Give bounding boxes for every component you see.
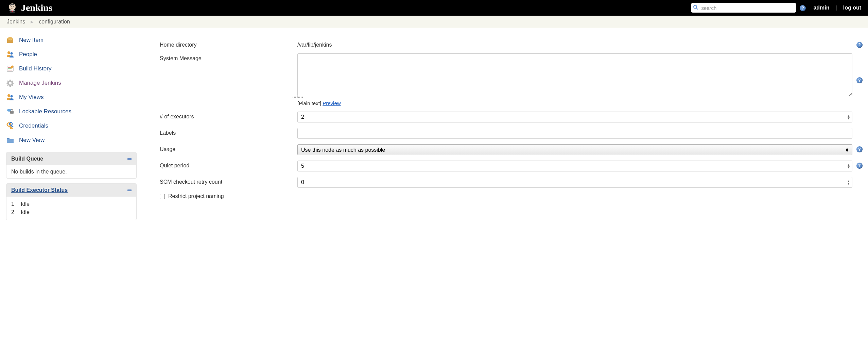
new-view-icon bbox=[6, 136, 14, 144]
gear-icon bbox=[6, 79, 14, 87]
label-scm-retry: SCM checkout retry count bbox=[160, 177, 297, 185]
restrict-naming-checkbox[interactable] bbox=[160, 194, 165, 199]
sidebar-label: Build History bbox=[19, 65, 51, 72]
value-home-directory: /var/lib/jenkins bbox=[297, 40, 332, 48]
number-stepper-icon[interactable]: ▲▼ bbox=[847, 115, 850, 119]
executor-number: 2 bbox=[11, 209, 16, 215]
sidebar-task-manage[interactable]: Manage Jenkins bbox=[6, 76, 137, 90]
svg-point-2 bbox=[13, 6, 14, 7]
side-panel: New Item People Build History Manage Jen… bbox=[0, 33, 143, 220]
usage-select[interactable]: Use this node as much as possible bbox=[297, 144, 852, 155]
search-help-icon[interactable]: ? bbox=[800, 5, 806, 11]
svg-point-7 bbox=[11, 52, 13, 55]
row-usage: Usage Use this node as much as possible … bbox=[160, 144, 863, 155]
svg-point-12 bbox=[9, 82, 12, 85]
help-icon[interactable]: ? bbox=[856, 163, 863, 169]
logo[interactable]: Jenkins bbox=[7, 2, 52, 13]
new-item-icon bbox=[6, 36, 14, 44]
sidebar-task-credentials[interactable]: Credentials bbox=[6, 119, 137, 133]
svg-rect-11 bbox=[8, 70, 12, 70]
label-system-message: System Message bbox=[160, 53, 297, 62]
row-scm-retry: SCM checkout retry count ▲▼ bbox=[160, 177, 863, 188]
sidebar-task-lockable[interactable]: Lockable Resources bbox=[6, 104, 137, 119]
sidebar-label: My Views bbox=[19, 94, 44, 101]
collapse-icon[interactable] bbox=[127, 189, 132, 191]
build-queue-body: No builds in the queue. bbox=[6, 165, 136, 178]
credentials-icon bbox=[6, 122, 14, 130]
user-link[interactable]: admin bbox=[813, 5, 829, 11]
svg-point-1 bbox=[11, 6, 12, 7]
svg-point-4 bbox=[694, 5, 697, 9]
config-form: Home directory /var/lib/jenkins ? System… bbox=[143, 33, 868, 220]
sidebar-task-build-history[interactable]: Build History bbox=[6, 62, 137, 76]
textarea-resize-grip[interactable] bbox=[297, 96, 298, 98]
executor-status-body: 1 Idle 2 Idle bbox=[6, 197, 136, 220]
quiet-period-input[interactable] bbox=[297, 161, 852, 171]
svg-line-5 bbox=[696, 8, 698, 10]
sidebar-label: Lockable Resources bbox=[19, 108, 71, 115]
build-queue-header: Build Queue bbox=[6, 152, 136, 165]
build-queue-title: Build Queue bbox=[11, 156, 43, 162]
label-labels: Labels bbox=[160, 128, 297, 136]
row-restrict-naming: Restrict project naming bbox=[160, 193, 863, 199]
label-usage: Usage bbox=[160, 144, 297, 152]
scm-retry-input[interactable] bbox=[297, 177, 852, 188]
executors-input[interactable] bbox=[297, 112, 852, 122]
system-message-textarea[interactable] bbox=[297, 53, 852, 96]
sidebar-task-new-item[interactable]: New Item bbox=[6, 33, 137, 47]
executor-row: 1 Idle bbox=[11, 200, 132, 208]
row-home-directory: Home directory /var/lib/jenkins ? bbox=[160, 40, 863, 48]
breadcrumb-current[interactable]: configuration bbox=[39, 19, 70, 25]
executor-status-title[interactable]: Build Executor Status bbox=[11, 187, 68, 193]
sidebar-label: Manage Jenkins bbox=[19, 80, 61, 86]
help-icon[interactable]: ? bbox=[856, 77, 863, 83]
lockable-icon bbox=[6, 107, 14, 116]
collapse-icon[interactable] bbox=[127, 158, 132, 160]
svg-rect-3 bbox=[10, 10, 15, 11]
row-executors: # of executors ▲▼ bbox=[160, 112, 863, 122]
search-box bbox=[691, 3, 796, 13]
logo-text: Jenkins bbox=[21, 2, 52, 13]
number-stepper-icon[interactable]: ▲▼ bbox=[847, 164, 850, 168]
system-message-format: [Plain text] Preview bbox=[297, 100, 341, 106]
sidebar-task-people[interactable]: People bbox=[6, 47, 137, 62]
help-icon[interactable]: ? bbox=[856, 42, 863, 48]
label-home-directory: Home directory bbox=[160, 40, 297, 48]
number-stepper-icon[interactable]: ▲▼ bbox=[847, 180, 850, 185]
jenkins-logo-icon bbox=[7, 2, 18, 13]
breadcrumb-sep-icon: ▶ bbox=[31, 20, 33, 24]
executor-state: Idle bbox=[21, 209, 30, 215]
sidebar-label: People bbox=[19, 51, 37, 58]
build-queue-empty: No builds in the queue. bbox=[11, 169, 67, 175]
top-header: Jenkins ? admin | log out bbox=[0, 0, 868, 16]
executor-status-widget: Build Executor Status 1 Idle 2 Idle bbox=[6, 183, 137, 220]
format-hint: [Plain text] bbox=[297, 100, 321, 106]
header-separator: | bbox=[836, 5, 837, 11]
labels-input[interactable] bbox=[297, 128, 852, 139]
executor-state: Idle bbox=[21, 201, 30, 207]
svg-point-13 bbox=[7, 94, 10, 97]
sidebar-task-my-views[interactable]: My Views bbox=[6, 90, 137, 104]
label-restrict-naming: Restrict project naming bbox=[168, 193, 224, 199]
svg-rect-16 bbox=[10, 111, 14, 114]
build-history-icon bbox=[6, 65, 14, 73]
breadcrumb-root[interactable]: Jenkins bbox=[7, 19, 25, 25]
svg-rect-10 bbox=[8, 68, 11, 69]
logout-link[interactable]: log out bbox=[843, 5, 861, 11]
executor-row: 2 Idle bbox=[11, 208, 132, 216]
search-icon bbox=[693, 5, 698, 11]
svg-point-6 bbox=[7, 51, 10, 54]
preview-link[interactable]: Preview bbox=[323, 100, 341, 106]
people-icon bbox=[6, 50, 14, 59]
search-input[interactable] bbox=[691, 3, 796, 13]
sidebar-label: New Item bbox=[19, 37, 44, 44]
row-system-message: System Message [Plain text] Preview ? bbox=[160, 53, 863, 106]
svg-point-14 bbox=[11, 95, 13, 98]
label-quiet-period: Quiet period bbox=[160, 161, 297, 169]
help-icon[interactable]: ? bbox=[856, 146, 863, 152]
executor-status-header: Build Executor Status bbox=[6, 184, 136, 197]
row-labels: Labels bbox=[160, 128, 863, 139]
row-quiet-period: Quiet period ▲▼ ? bbox=[160, 161, 863, 171]
sidebar-task-new-view[interactable]: New View bbox=[6, 133, 137, 147]
sidebar-label: Credentials bbox=[19, 122, 48, 129]
